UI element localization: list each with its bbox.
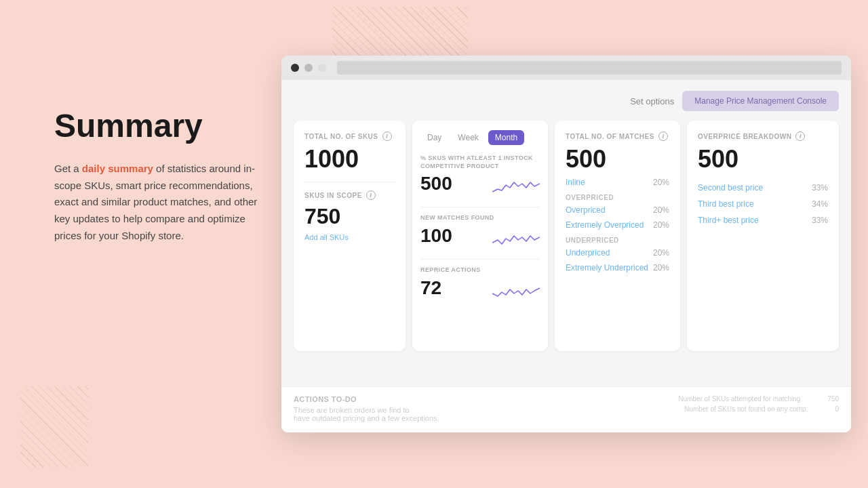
third-best-pct: 34% (812, 199, 828, 209)
dot-maximize[interactable] (318, 64, 326, 72)
actions-todo-text: These are broken orders we find tohave o… (294, 406, 665, 422)
third-plus-best-name[interactable]: Third+ best price (698, 216, 759, 225)
actions-todo-label: Actions To-Do (294, 395, 665, 403)
underpriced-name[interactable]: Underpriced (566, 248, 610, 258)
card-matches: TOTAL NO. OF MATCHES i 500 Inline 20% OV… (555, 121, 680, 351)
underpriced-row: Underpriced 20% (566, 248, 669, 258)
dot-close[interactable] (291, 64, 299, 72)
skus-in-scope-value: 750 (304, 204, 395, 229)
dot-minimize[interactable] (304, 64, 313, 72)
cards-row: TOTAL NO. OF SKUS i 1000 SKUS IN SCOPE i… (294, 121, 839, 351)
description: Get a daily summary of statistics around… (54, 161, 271, 245)
skus-in-scope-label: SKUS IN SCOPE i (304, 190, 395, 200)
description-after: of statistics around in-scope SKUs, smar… (54, 163, 257, 241)
overpriced-name[interactable]: Overpriced (566, 205, 606, 215)
second-best-name[interactable]: Second best price (698, 183, 763, 192)
bottom-bar: Actions To-Do These are broken orders we… (281, 386, 851, 432)
stat-label-2: Number of SKUs not found on any comp. (684, 405, 808, 413)
total-skus-info-icon[interactable]: i (382, 131, 392, 141)
matches-label: TOTAL NO. OF MATCHES i (566, 131, 669, 141)
stat-row-1: Number of SKUs attempted for matching 75… (678, 395, 839, 403)
stat-value-2: 0 (835, 405, 839, 413)
chart-section-skus: % SKUS WITH ATLEAST 1 INSTOCK COMPETITIV… (420, 155, 540, 197)
chart-value-skus: 500 (420, 173, 452, 195)
tab-month[interactable]: Month (488, 130, 524, 145)
card-charts: Day Week Month % SKUS WITH ATLEAST 1 INS… (412, 121, 548, 351)
card-total-skus: TOTAL NO. OF SKUS i 1000 SKUS IN SCOPE i… (294, 121, 406, 351)
underpriced-section-title: UNDERPRICED (566, 237, 669, 244)
breakdown-info-icon[interactable]: i (795, 131, 805, 141)
total-skus-label: TOTAL NO. OF SKUS i (304, 131, 395, 141)
chart-value-matches: 100 (420, 225, 452, 247)
overpriced-pct: 20% (653, 205, 669, 215)
extremely-underpriced-name[interactable]: Extremely Underpriced (566, 263, 648, 272)
chart-section-reprice: REPRICE ACTIONS 72 (420, 266, 540, 302)
add-all-skus-link[interactable]: Add all SKUs (304, 233, 395, 241)
set-options-link[interactable]: Set options (630, 96, 674, 106)
underpriced-pct: 20% (653, 248, 669, 258)
stat-value-1: 750 (827, 395, 839, 403)
extremely-underpriced-row: Extremely Underpriced 20% (566, 263, 669, 272)
second-best-row: Second best price 33% (698, 183, 828, 192)
breakdown-label: OVERPRICE BREAKDOWN i (698, 131, 828, 141)
tab-day[interactable]: Day (420, 130, 448, 145)
overpriced-section-title: OVERPRICED (566, 194, 669, 201)
highlight-text: daily summary (82, 163, 153, 174)
deco-lines-bottom (20, 386, 88, 468)
chart-divider-2 (420, 259, 540, 260)
third-best-row: Third best price 34% (698, 199, 828, 209)
chart-label-matches: NEW MATCHES FOUND (420, 214, 540, 222)
second-best-pct: 33% (812, 183, 828, 192)
inline-pct: 20% (653, 178, 669, 187)
left-panel: Summary Get a daily summary of statistic… (54, 108, 271, 245)
inline-name[interactable]: Inline (566, 178, 585, 187)
chart-divider-1 (420, 207, 540, 207)
skus-divider (304, 182, 395, 182)
extremely-overpriced-name[interactable]: Extremely Overpriced (566, 220, 644, 230)
bottom-right: Number of SKUs attempted for matching 75… (678, 395, 839, 413)
bottom-left: Actions To-Do These are broken orders we… (294, 395, 665, 422)
matches-info-icon[interactable]: i (658, 131, 668, 141)
manage-btn[interactable]: Manage Price Management Console (682, 91, 839, 111)
extremely-underpriced-pct: 20% (653, 263, 669, 272)
tab-week[interactable]: Week (451, 130, 485, 145)
stat-label-1: Number of SKUs attempted for matching (678, 395, 800, 403)
third-plus-best-pct: 33% (812, 216, 828, 225)
chart-label-skus: % SKUS WITH ATLEAST 1 INSTOCK COMPETITIV… (420, 155, 540, 170)
chart-label-reprice: REPRICE ACTIONS (420, 266, 540, 274)
card-breakdown: OVERPRICE BREAKDOWN i 500 Second best pr… (687, 121, 839, 351)
stat-row-2: Number of SKUs not found on any comp. 0 (684, 405, 839, 413)
browser-content: Set options Manage Price Management Cons… (281, 80, 851, 432)
third-best-name[interactable]: Third best price (698, 199, 754, 209)
overpriced-row: Overpriced 20% (566, 205, 669, 215)
third-plus-best-row: Third+ best price 33% (698, 216, 828, 225)
browser-window: Set options Manage Price Management Cons… (281, 56, 851, 432)
inline-row: Inline 20% (566, 178, 669, 187)
chart-section-matches: NEW MATCHES FOUND 100 (420, 214, 540, 249)
mini-chart-matches (492, 229, 540, 249)
total-skus-value: 1000 (304, 145, 395, 174)
breakdown-value: 500 (698, 145, 828, 174)
description-before: Get a (54, 163, 82, 174)
extremely-overpriced-row: Extremely Overpriced 20% (566, 220, 669, 230)
url-bar[interactable] (337, 61, 842, 75)
chart-value-reprice: 72 (420, 277, 441, 299)
top-bar: Set options Manage Price Management Cons… (294, 91, 839, 111)
matches-value: 500 (566, 145, 669, 174)
extremely-overpriced-pct: 20% (653, 220, 669, 230)
page-title: Summary (54, 108, 271, 144)
scope-info-icon[interactable]: i (366, 190, 376, 200)
browser-titlebar (281, 56, 851, 80)
time-tab-row: Day Week Month (420, 130, 540, 145)
mini-chart-reprice (492, 281, 540, 302)
mini-chart-skus (492, 177, 540, 197)
